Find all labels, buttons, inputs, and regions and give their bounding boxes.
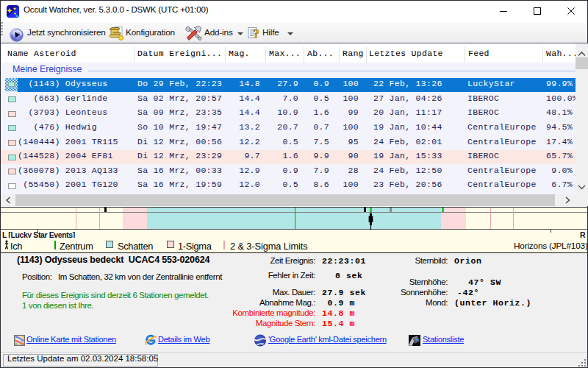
svg-text:?: ?	[254, 26, 260, 40]
